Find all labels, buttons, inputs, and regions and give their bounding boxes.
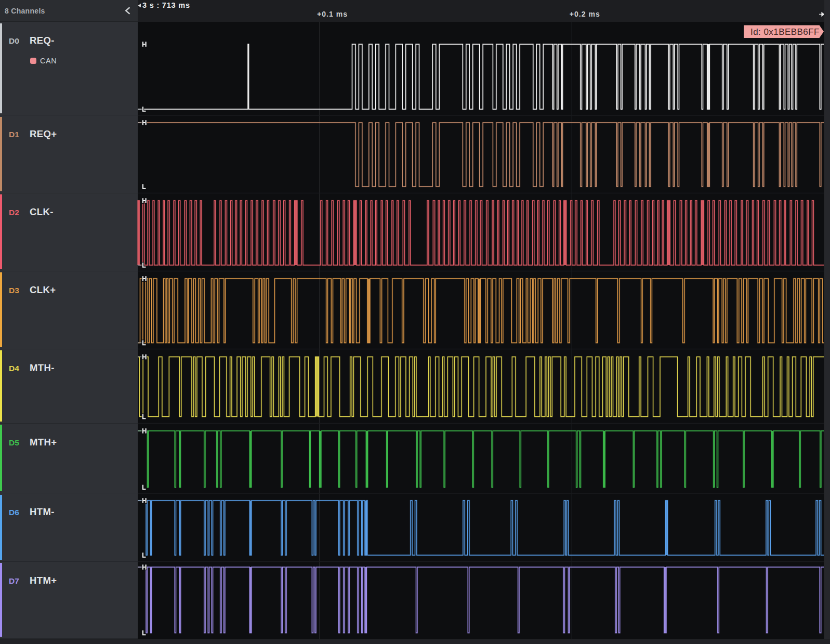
svg-text:Id: 0x1BEBB6FF: Id: 0x1BEBB6FF [750, 27, 820, 37]
